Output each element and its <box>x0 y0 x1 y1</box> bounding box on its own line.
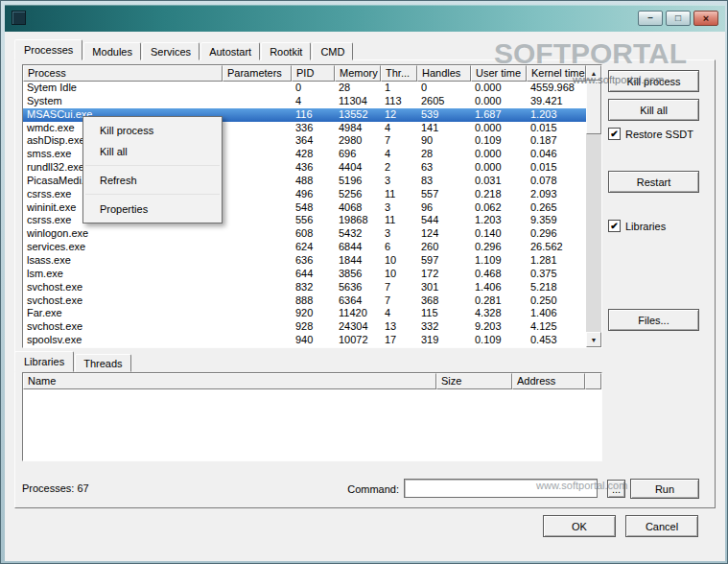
library-table-body <box>23 389 601 460</box>
column-header-pid[interactable]: PID <box>292 65 335 82</box>
column-header-thr[interactable]: Thr... <box>381 65 417 82</box>
process-name: Far.exe <box>23 307 223 320</box>
column-header-memory[interactable]: Memory <box>335 65 381 82</box>
command-input[interactable] <box>404 479 598 498</box>
minimize-button[interactable]: – <box>638 11 663 26</box>
close-button[interactable]: × <box>693 11 718 26</box>
app-icon <box>12 11 26 25</box>
column-header-blank[interactable] <box>585 373 601 389</box>
process-name: lsass.exe <box>23 254 223 268</box>
column-header-handles[interactable]: Handles <box>417 65 471 82</box>
process-name: spoolsv.exe <box>23 334 223 347</box>
maximize-button[interactable]: □ <box>666 11 691 26</box>
process-name: Sytem Idle <box>23 82 223 95</box>
libraries-checkbox[interactable]: ✔ Libraries <box>608 220 666 232</box>
check-icon: ✔ <box>610 222 618 231</box>
column-header-kernel-time[interactable]: Kernel time <box>527 65 586 82</box>
process-table-header: ProcessParametersPIDMemoryThr...HandlesU… <box>23 65 586 82</box>
process-name: lsm.exe <box>23 268 223 281</box>
table-row[interactable]: services.exe624684462600.29626.562 <box>23 241 586 254</box>
table-row[interactable]: lsass.exe6361844105971.1091.281 <box>23 254 586 268</box>
dialog-body: ProcessesModulesServicesAutostartRootkit… <box>5 32 725 561</box>
kill-all-button[interactable]: Kill all <box>608 99 699 121</box>
minimize-icon: – <box>647 13 653 23</box>
table-row[interactable]: spoolsv.exe94010072173190.1090.453 <box>23 334 586 347</box>
menu-item-kill-all[interactable]: Kill all <box>83 141 222 162</box>
library-table: NameSizeAddress <box>22 372 602 461</box>
window-controls: – □ × <box>638 11 718 26</box>
checkbox-box: ✔ <box>608 220 621 232</box>
browse-button[interactable]: ... <box>607 480 625 498</box>
process-name: winlogon.exe <box>23 227 223 241</box>
tab-rootkit[interactable]: Rootkit <box>261 42 311 60</box>
process-count-label: Processes: 67 <box>22 482 89 494</box>
menu-item-kill-process[interactable]: Kill process <box>83 120 222 141</box>
scroll-down-icon: ▼ <box>591 337 598 343</box>
table-row[interactable]: winlogon.exe608543231240.1400.296 <box>23 227 586 241</box>
table-row[interactable]: svchost.exe832563673011.4065.218 <box>23 281 586 294</box>
menu-separator <box>83 162 222 170</box>
checkbox-box: ✔ <box>608 128 621 140</box>
cancel-button[interactable]: Cancel <box>625 515 698 537</box>
files-button[interactable]: Files... <box>608 309 699 331</box>
close-icon: × <box>703 13 709 24</box>
process-name: svchost.exe <box>23 281 223 294</box>
process-name: services.exe <box>23 241 223 254</box>
table-row[interactable]: lsm.exe6443856101720.4680.375 <box>23 268 586 281</box>
menu-item-properties[interactable]: Properties <box>83 199 222 220</box>
process-name: System <box>23 95 223 108</box>
check-icon: ✔ <box>610 129 618 139</box>
scroll-up-icon: ▲ <box>591 70 598 77</box>
restart-button[interactable]: Restart <box>608 171 699 193</box>
column-header-user-time[interactable]: User time <box>471 65 527 82</box>
table-row[interactable]: svchost.exe92824304133329.2034.125 <box>23 320 586 334</box>
restore-ssdt-label: Restore SSDT <box>625 129 693 140</box>
run-button[interactable]: Run <box>630 479 699 499</box>
app-window: – □ × ProcessesModulesServicesAutostartR… <box>0 0 728 564</box>
libraries-label: Libraries <box>625 221 666 232</box>
tab-modules[interactable]: Modules <box>83 42 141 60</box>
tab-services[interactable]: Services <box>142 42 200 60</box>
command-label: Command: <box>335 483 399 495</box>
menu-separator <box>83 191 222 199</box>
restore-ssdt-checkbox[interactable]: ✔ Restore SSDT <box>608 128 693 140</box>
library-table-header: NameSizeAddress <box>23 373 601 389</box>
vertical-scrollbar[interactable]: ▲ ▼ <box>586 65 601 347</box>
menu-item-refresh[interactable]: Refresh <box>83 170 222 191</box>
column-header-process[interactable]: Process <box>23 65 223 82</box>
main-tab-bar: ProcessesModulesServicesAutostartRootkit… <box>14 40 354 60</box>
process-name: svchost.exe <box>23 294 223 308</box>
tab-threads[interactable]: Threads <box>75 354 130 372</box>
column-header-size[interactable]: Size <box>436 373 512 389</box>
titlebar[interactable]: – □ × <box>5 5 725 32</box>
column-header-name[interactable]: Name <box>23 373 436 389</box>
tab-libraries[interactable]: Libraries <box>14 351 74 372</box>
table-row[interactable]: svchost.exe888636473680.2810.250 <box>23 294 586 308</box>
tab-cmd[interactable]: CMD <box>312 42 353 60</box>
maximize-icon: □ <box>675 13 681 23</box>
column-header-address[interactable]: Address <box>512 373 585 389</box>
scrollbar-thumb[interactable] <box>586 81 601 134</box>
tab-processes[interactable]: Processes <box>14 39 82 60</box>
table-row[interactable]: Sytem Idle028100.0004559.968 <box>23 82 586 95</box>
kill-process-button[interactable]: Kill process <box>608 70 699 92</box>
context-menu: Kill processKill allRefreshProperties <box>82 116 223 223</box>
scroll-up-button[interactable]: ▲ <box>586 65 601 81</box>
process-name: svchost.exe <box>23 320 223 334</box>
column-header-parameters[interactable]: Parameters <box>223 65 292 82</box>
tab-autostart[interactable]: Autostart <box>200 42 260 60</box>
detail-tab-bar: LibrariesThreads <box>14 352 132 372</box>
table-row[interactable]: System41130411326050.00039.421 <box>23 95 586 108</box>
table-row[interactable]: Far.exe9201142041154.3281.406 <box>23 307 586 320</box>
scroll-down-button[interactable]: ▼ <box>586 332 601 347</box>
ok-button[interactable]: OK <box>543 515 616 537</box>
